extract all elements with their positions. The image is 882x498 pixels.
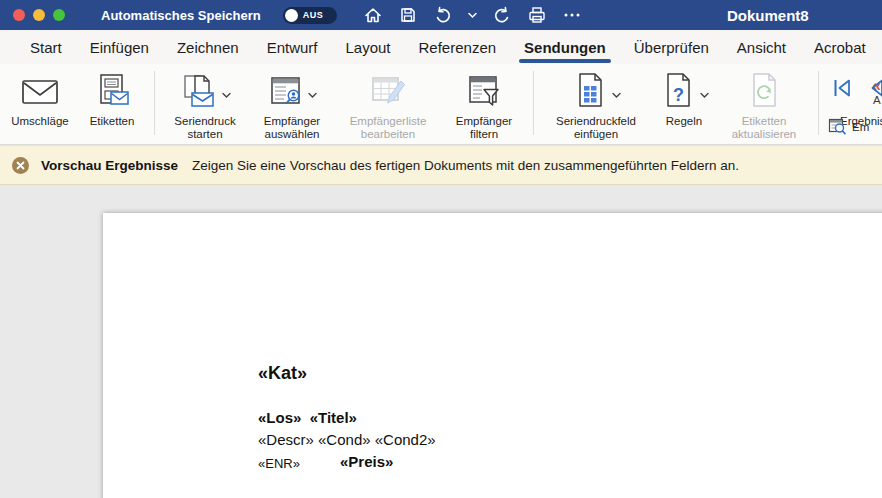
home-icon[interactable] (363, 5, 383, 25)
tab-sendungen[interactable]: Sendungen (524, 37, 606, 58)
button-label: Etiketten aktualisieren (719, 115, 809, 141)
tab-zeichnen[interactable]: Zeichnen (177, 37, 239, 58)
close-message-icon[interactable] (12, 157, 29, 174)
group-divider (818, 71, 819, 135)
print-icon[interactable] (527, 5, 547, 25)
button-label: Umschläge (7, 115, 73, 128)
window-controls (13, 9, 65, 21)
tab-einfuegen[interactable]: Einfügen (90, 37, 149, 58)
empfaenger-auswaehlen-button[interactable]: Empfänger auswählen (252, 69, 332, 141)
tab-acrobat[interactable]: Acrobat (814, 37, 866, 58)
button-label: Empfänger auswählen (252, 115, 332, 141)
svg-text:?: ? (673, 85, 684, 105)
button-label: Em (852, 121, 869, 133)
empfaenger-suchen-button[interactable]: Em (828, 117, 869, 136)
insert-merge-field-icon (571, 72, 609, 112)
chevron-down-icon (700, 92, 709, 99)
edit-recipient-list-icon (368, 72, 408, 112)
umschlaege-button[interactable]: Umschläge (7, 69, 73, 128)
seriendruck-starten-button[interactable]: Seriendruck starten (164, 69, 246, 141)
etiketten-button[interactable]: Etiketten (79, 69, 145, 128)
button-label: Etiketten (79, 115, 145, 128)
group-divider (533, 71, 534, 135)
message-bar: Vorschau Ergebnisse Zeigen Sie eine Vors… (0, 145, 882, 185)
merge-field-kat[interactable]: «Kat» (258, 364, 307, 384)
autosave-label: Automatisches Speichern (101, 8, 261, 23)
filter-recipients-icon (464, 72, 504, 112)
regeln-button[interactable]: ? Regeln (655, 69, 713, 128)
toggle-knob (285, 9, 298, 22)
message-title: Vorschau Ergebnisse (41, 158, 178, 173)
previous-record-icon[interactable] (866, 77, 882, 99)
tab-entwurf[interactable]: Entwurf (267, 37, 318, 58)
undo-icon[interactable] (433, 5, 453, 25)
seriendruckfeld-einfuegen-button[interactable]: Seriendruckfeld einfügen (543, 69, 649, 141)
titlebar: Automatisches Speichern AUS Dokument8 (0, 0, 882, 30)
document-page[interactable]: «Kat» «Los» «Titel» «Descr» «Cond» «Cond… (103, 213, 882, 498)
tab-ueberpruefen[interactable]: Überprüfen (634, 37, 709, 58)
window-title: Dokument8 (727, 7, 809, 24)
merge-field-preis[interactable]: «Preis» (340, 454, 393, 471)
close-window-button[interactable] (13, 9, 25, 21)
merge-field-enr[interactable]: «ENR» (258, 457, 300, 471)
zoom-window-button[interactable] (53, 9, 65, 21)
chevron-down-icon (308, 92, 317, 99)
button-label: Seriendruckfeld einfügen (543, 115, 649, 141)
button-label: Empfängerliste bearbeiten (338, 115, 438, 141)
more-icon[interactable] (562, 5, 582, 25)
empfaengerliste-bearbeiten-button: Empfängerliste bearbeiten (338, 69, 438, 141)
merge-field-descr-cond[interactable]: «Descr» «Cond» «Cond2» (258, 432, 436, 449)
envelope-icon (20, 72, 60, 112)
tab-ansicht[interactable]: Ansicht (737, 37, 786, 58)
labels-icon (92, 72, 132, 112)
etiketten-aktualisieren-button: Etiketten aktualisieren (719, 69, 809, 141)
document-area: «Kat» «Los» «Titel» «Descr» «Cond» «Cond… (0, 185, 882, 498)
save-icon[interactable] (398, 5, 418, 25)
minimize-window-button[interactable] (33, 9, 45, 21)
empfaenger-filtern-button[interactable]: Empfänger filtern (444, 69, 524, 141)
group-divider (154, 71, 155, 135)
tab-layout[interactable]: Layout (345, 37, 390, 58)
select-recipients-icon (267, 73, 305, 111)
find-recipient-icon (828, 117, 847, 136)
tab-referenzen[interactable]: Referenzen (419, 37, 497, 58)
ribbon-tab-bar: Start Einfügen Zeichnen Entwurf Layout R… (0, 30, 882, 64)
tab-start[interactable]: Start (30, 37, 62, 58)
autosave-toggle[interactable]: AUS (283, 7, 337, 24)
update-labels-icon (745, 72, 783, 112)
ribbon-sendungen: Umschläge Etiketten Seriendruck starten … (0, 64, 882, 145)
chevron-down-icon (612, 92, 621, 99)
record-navigation (831, 77, 882, 99)
message-description: Zeigen Sie eine Vorschau des fertigen Do… (192, 158, 739, 173)
redo-icon[interactable] (492, 5, 512, 25)
button-label: Empfänger filtern (444, 115, 524, 141)
undo-chevron-down-icon[interactable] (468, 12, 477, 19)
button-label: Seriendruck starten (164, 115, 246, 141)
chevron-down-icon (222, 92, 231, 99)
toggle-state-label: AUS (303, 10, 324, 20)
merge-field-los-titel[interactable]: «Los» «Titel» (258, 410, 357, 427)
rules-icon: ? (659, 72, 697, 112)
first-record-icon[interactable] (831, 77, 853, 99)
start-mail-merge-icon (179, 72, 219, 112)
button-label: Regeln (655, 115, 713, 128)
